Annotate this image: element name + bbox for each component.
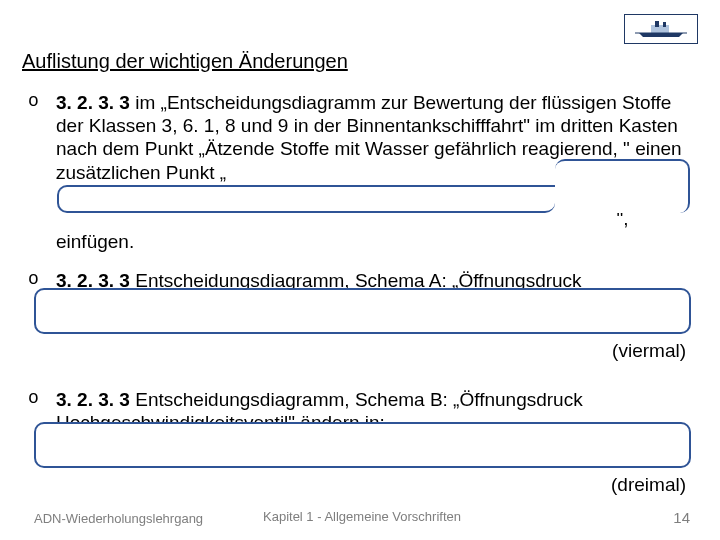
page-number: 14	[673, 509, 690, 526]
item-ref: 3. 2. 3. 3	[56, 389, 130, 410]
slide-footer: ADN-Wiederholungslehrgang Kapitel 1 - Al…	[34, 509, 690, 526]
slide-content: Auflistung der wichtigen Änderungen 3. 2…	[22, 50, 698, 450]
slide-heading: Auflistung der wichtigen Änderungen	[22, 50, 698, 73]
redacted-box	[57, 185, 555, 213]
change-list: 3. 2. 3. 3 im „Entscheidungsdiagramm zur…	[22, 91, 698, 434]
svg-rect-1	[651, 25, 669, 33]
item-tail: (viermal)	[612, 340, 686, 362]
item-suffix: ", einfügen.	[56, 208, 629, 252]
svg-rect-2	[655, 21, 659, 27]
footer-left: ADN-Wiederholungslehrgang	[34, 511, 203, 526]
brand-logo	[624, 14, 698, 44]
redacted-box	[555, 159, 690, 213]
footer-center: Kapitel 1 - Allgemeine Vorschriften	[263, 509, 461, 524]
item-tail: (dreimal)	[611, 474, 686, 496]
redacted-box	[34, 422, 691, 468]
redacted-box	[34, 288, 691, 334]
item-ref: 3. 2. 3. 3	[56, 92, 130, 113]
svg-rect-3	[663, 22, 666, 27]
